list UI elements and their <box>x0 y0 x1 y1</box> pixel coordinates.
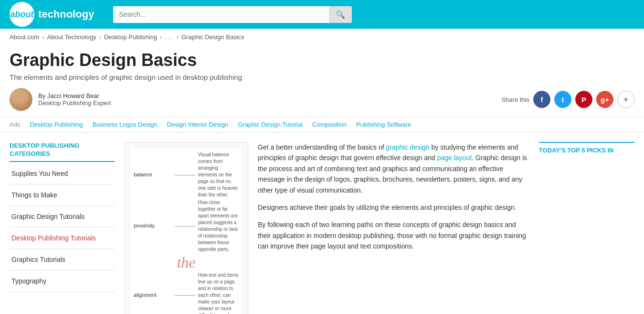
figure-desc-balance: Visual balance comes from arranging elem… <box>198 152 239 198</box>
sidebar-item-typography[interactable]: Typography <box>10 271 115 292</box>
figure-image: balance Visual balance comes from arrang… <box>129 147 243 314</box>
sidebar-item-graphics-tutorials[interactable]: Graphics Tutorials <box>10 249 115 271</box>
author-role: Desktop Publishing Expert <box>38 99 111 107</box>
breadcrumb-technology[interactable]: About Technology <box>47 33 96 41</box>
author-info: By Jacci Howard Bear Desktop Publishing … <box>10 88 111 111</box>
ad-link-graphic-tutorial[interactable]: Graphic Design Tutorial <box>238 121 303 128</box>
ad-label: Ads <box>10 121 20 128</box>
header: about technology 🔍 <box>0 0 644 29</box>
sidebar-title: DESKTOP PUBLISHING CATEGORIES <box>10 142 115 162</box>
page-title: Graphic Design Basics <box>10 50 634 70</box>
figure-label-alignment: alignment <box>134 291 172 300</box>
ad-link-design-interior[interactable]: Design Interior Design <box>167 121 229 128</box>
today-picks: TODAY'S TOP 5 PICKS IN <box>539 142 634 155</box>
sidebar-item-things[interactable]: Things to Make <box>10 184 115 206</box>
content-area: balance Visual balance comes from arrang… <box>124 142 634 314</box>
logo-area[interactable]: about technology <box>10 2 94 27</box>
figure-row-alignment: alignment How text and items line up on … <box>134 272 239 314</box>
logo-technology-text: technology <box>38 8 94 21</box>
breadcrumb-ellipsis[interactable]: . . . <box>165 33 174 41</box>
ad-nav: Ads Desktop Publishing Business Logos De… <box>0 117 644 132</box>
article-paragraph-3: By following each of two learning paths … <box>258 219 529 251</box>
figure-label-balance: balance <box>134 170 172 180</box>
twitter-share-button[interactable]: t <box>554 91 571 108</box>
figure-label-proximity: proximity <box>134 221 172 231</box>
share-area: Share this f t P g+ + <box>501 91 634 108</box>
logo-about-text: about <box>11 10 34 20</box>
search-input[interactable] <box>113 7 329 22</box>
figure-box: balance Visual balance comes from arrang… <box>124 142 248 314</box>
graphic-design-link[interactable]: graphic design <box>386 143 430 151</box>
facebook-share-button[interactable]: f <box>533 91 550 108</box>
pinterest-share-button[interactable]: P <box>575 91 592 108</box>
sidebar-item-desktop-tutorials[interactable]: Desktop Publishing Tutorials <box>10 227 115 249</box>
author-row: By Jacci Howard Bear Desktop Publishing … <box>10 88 634 111</box>
article-paragraph-2: Designers achieve their goals by utilizi… <box>258 202 529 213</box>
author-text: By Jacci Howard Bear Desktop Publishing … <box>38 92 111 107</box>
breadcrumb-sep-3: › <box>160 33 162 41</box>
more-share-button[interactable]: + <box>617 91 634 108</box>
figure-line-alignment <box>175 295 195 296</box>
author-avatar-image <box>10 88 32 111</box>
sidebar-item-supplies[interactable]: Supplies You Need <box>10 163 115 184</box>
google-plus-share-button[interactable]: g+ <box>596 91 613 108</box>
author-name: By Jacci Howard Bear <box>38 92 111 99</box>
article-text: Get a better understanding of the basics… <box>258 142 529 252</box>
figure-line-proximity <box>175 226 195 227</box>
figure-area: balance Visual balance comes from arrang… <box>124 142 248 314</box>
avatar <box>10 88 32 111</box>
page-subtitle: The elements and principles of graphic d… <box>10 73 634 81</box>
ad-link-business-logos[interactable]: Business Logos Design <box>93 121 158 128</box>
breadcrumb-current[interactable]: Graphic Design Basics <box>181 33 244 41</box>
breadcrumb-about[interactable]: About.com <box>10 33 39 41</box>
ad-link-desktop-publishing[interactable]: Desktop Publishing <box>30 121 83 128</box>
figure-line-balance <box>175 175 195 175</box>
page-title-area: Graphic Design Basics The elements and p… <box>0 45 644 117</box>
right-sidebar: TODAY'S TOP 5 PICKS IN <box>539 142 634 314</box>
sidebar: DESKTOP PUBLISHING CATEGORIES Supplies Y… <box>10 142 115 314</box>
search-button[interactable]: 🔍 <box>329 6 352 23</box>
breadcrumb-sep-2: › <box>99 33 101 41</box>
breadcrumb-sep-4: › <box>177 33 179 41</box>
sidebar-item-graphic-tutorials[interactable]: Graphic Design Tutorials <box>10 206 115 227</box>
today-picks-title: TODAY'S TOP 5 PICKS IN <box>539 147 634 155</box>
article-section: Get a better understanding of the basics… <box>258 142 529 314</box>
article-paragraph-1: Get a better understanding of the basics… <box>258 142 529 195</box>
breadcrumb: About.com › About Technology › Desktop P… <box>0 29 644 45</box>
search-bar: 🔍 <box>113 6 352 23</box>
figure-row-proximity: proximity How close together or far apar… <box>134 199 239 253</box>
breadcrumb-sep-1: › <box>42 33 44 41</box>
share-label: Share this <box>501 96 529 103</box>
ad-link-publishing-software[interactable]: Publishing Software <box>356 121 411 128</box>
page-layout-link[interactable]: page layout <box>437 154 472 162</box>
ad-link-composition[interactable]: Composition <box>312 121 347 128</box>
main-layout: DESKTOP PUBLISHING CATEGORIES Supplies Y… <box>0 132 644 314</box>
breadcrumb-desktop-publishing[interactable]: Desktop Publishing <box>104 33 157 41</box>
figure-desc-proximity: How close together or far apart elements… <box>198 199 239 253</box>
figure-row-balance: balance Visual balance comes from arrang… <box>134 152 239 198</box>
logo-circle: about <box>10 2 34 27</box>
figure-desc-alignment: How text and items line up on a page, an… <box>198 272 239 314</box>
